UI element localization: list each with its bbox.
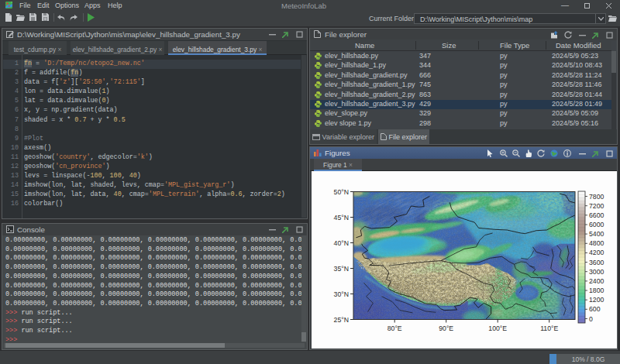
svg-text:40°N: 40°N xyxy=(334,239,349,247)
svg-text:5400: 5400 xyxy=(589,230,604,238)
svg-text:4200: 4200 xyxy=(589,249,604,256)
svg-text:100°E: 100°E xyxy=(488,325,507,332)
svg-text:35°N: 35°N xyxy=(334,265,349,273)
svg-text:3000: 3000 xyxy=(589,268,604,276)
svg-text:6600: 6600 xyxy=(589,211,604,219)
svg-text:25°N: 25°N xyxy=(334,316,349,324)
svg-text:3600: 3600 xyxy=(589,259,604,266)
svg-text:6000: 6000 xyxy=(589,221,604,228)
svg-text:4800: 4800 xyxy=(589,239,604,247)
svg-text:0: 0 xyxy=(589,315,593,323)
svg-text:45°N: 45°N xyxy=(334,214,349,221)
svg-text:80°E: 80°E xyxy=(388,325,402,332)
svg-text:7800: 7800 xyxy=(589,193,604,201)
svg-text:2400: 2400 xyxy=(589,277,604,285)
svg-text:90°E: 90°E xyxy=(439,325,453,332)
svg-text:7200: 7200 xyxy=(589,202,604,210)
svg-text:600: 600 xyxy=(589,305,601,313)
svg-text:50°N: 50°N xyxy=(334,188,349,196)
svg-text:30°N: 30°N xyxy=(334,290,349,298)
svg-text:1800: 1800 xyxy=(589,287,604,294)
svg-text:1200: 1200 xyxy=(589,296,604,304)
svg-text:110°E: 110°E xyxy=(540,325,558,332)
